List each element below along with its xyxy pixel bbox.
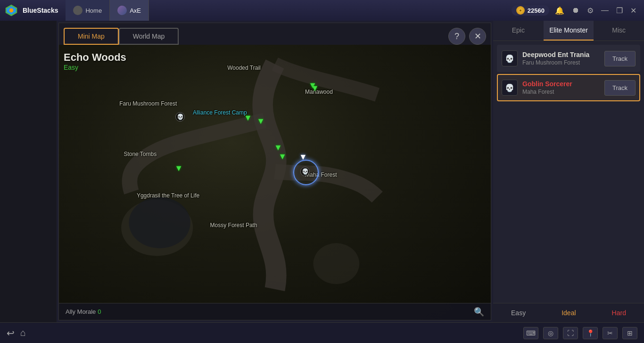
- monster-entry-2[interactable]: 💀 Goblin Sorcerer Maha Forest Track: [497, 74, 640, 101]
- fullscreen-icon[interactable]: ⛶: [563, 327, 578, 339]
- label-faru: Faru Mushroom Forest: [119, 100, 177, 107]
- filter-tabs: Epic Elite Monster Misc: [493, 21, 644, 41]
- monster-name-1: Deepwood Ent Trania: [522, 51, 600, 58]
- label-wooded-trail: Wooded Trail: [227, 65, 260, 71]
- help-btn[interactable]: ?: [448, 28, 465, 45]
- coin-icon: ●: [516, 6, 525, 15]
- map-close-btn[interactable]: ✕: [469, 28, 486, 45]
- monster-name-2: Goblin Sorcerer: [522, 80, 600, 88]
- monster-list: 💀 Deepwood Ent Trania Faru Mushroom Fore…: [493, 41, 644, 303]
- scissors-icon[interactable]: ✂: [603, 327, 618, 339]
- left-sidebar: [0, 21, 57, 322]
- tab-epic[interactable]: Epic: [493, 21, 544, 41]
- settings-btn[interactable]: ⚙: [585, 5, 595, 16]
- player-pin-camp: [245, 115, 251, 123]
- difficulty-footer: Easy Ideal Hard: [493, 303, 644, 322]
- tab-elite-monster[interactable]: Elite Monster: [544, 21, 594, 41]
- svg-point-4: [313, 243, 359, 284]
- titlebar: BlueStacks Home AxE ● 22560 🔔 ⏺ ⚙ — ❐ ✕: [0, 0, 644, 21]
- monster-location-2: Maha Forest: [522, 89, 600, 95]
- keyboard-icon[interactable]: ⌨: [523, 327, 538, 339]
- taskbar-right: ⌨ ◎ ⛶ 📍 ✂ ⊞: [523, 327, 637, 339]
- coin-badge: ● 22560: [512, 5, 549, 16]
- taskbar: ↩ ⌂ ⌨ ◎ ⛶ 📍 ✂ ⊞: [0, 322, 644, 343]
- map-controls: ? ✕: [448, 28, 486, 45]
- ally-morale-label: Ally Morale: [66, 308, 96, 315]
- game-tab[interactable]: AxE: [110, 0, 149, 21]
- player-pin-stone: [175, 165, 182, 174]
- world-map-tab[interactable]: World Map: [119, 28, 179, 45]
- back-btn[interactable]: ↩: [7, 327, 15, 339]
- main-content: Mini Map World Map ? ✕ Echo Woods Easy: [0, 21, 644, 322]
- difficulty-ideal[interactable]: Ideal: [561, 309, 576, 317]
- ally-morale-value: 0: [98, 308, 101, 315]
- area-name: Echo Woods: [64, 51, 126, 64]
- label-mossy-path: Mossy Forest Path: [210, 222, 257, 229]
- monster-info-1: Deepwood Ent Trania Faru Mushroom Forest: [522, 51, 600, 66]
- track-btn-1[interactable]: Track: [604, 51, 636, 66]
- skull-faru: 💀: [175, 112, 185, 122]
- titlebar-right: ● 22560 🔔 ⏺ ⚙ — ❐ ✕: [512, 5, 644, 16]
- monster-entry-1[interactable]: 💀 Deepwood Ent Trania Faru Mushroom Fore…: [497, 45, 640, 72]
- home-tab[interactable]: Home: [66, 0, 110, 21]
- skull-maha: 💀: [300, 167, 310, 176]
- monster-location-1: Faru Mushroom Forest: [522, 59, 600, 66]
- bluestacks-logo: [3, 2, 20, 19]
- map-header: Echo Woods Easy: [64, 51, 126, 71]
- label-alliance-camp: Alliance Forest Camp: [193, 109, 247, 116]
- track-btn-2[interactable]: Track: [604, 80, 636, 96]
- game-tab-icon: [117, 6, 127, 15]
- monster-info-2: Goblin Sorcerer Maha Forest: [522, 80, 600, 95]
- right-panel: Epic Elite Monster Misc 💀 Deepwood Ent T…: [493, 21, 644, 322]
- svg-point-3: [121, 200, 193, 256]
- label-stone-tombs: Stone Tombs: [124, 151, 157, 157]
- minimize-btn[interactable]: —: [599, 5, 611, 16]
- map-difficulty: Easy: [64, 64, 126, 71]
- difficulty-easy[interactable]: Easy: [511, 309, 526, 317]
- monster-avatar-1: 💀: [502, 50, 518, 66]
- camera-icon[interactable]: ◎: [543, 327, 558, 339]
- ally-morale-bar: Ally Morale 0 🔍: [59, 303, 491, 320]
- close-btn[interactable]: ✕: [628, 5, 638, 16]
- app-name: BlueStacks: [23, 7, 58, 14]
- map-tabs: Mini Map World Map: [59, 23, 491, 45]
- difficulty-hard[interactable]: Hard: [612, 309, 626, 317]
- svg-point-5: [129, 197, 190, 248]
- mini-map-tab[interactable]: Mini Map: [64, 28, 119, 45]
- svg-point-2: [9, 8, 14, 13]
- label-yggdrasil: Yggdrasil the Tree of Life: [137, 192, 199, 199]
- map-panel: Mini Map World Map ? ✕ Echo Woods Easy: [58, 23, 491, 320]
- monster-avatar-2: 💀: [502, 80, 518, 96]
- restore-btn[interactable]: ❐: [614, 5, 625, 16]
- grid-icon[interactable]: ⊞: [622, 327, 637, 339]
- search-icon[interactable]: 🔍: [474, 307, 484, 317]
- notification-btn[interactable]: 🔔: [553, 5, 566, 16]
- player-pin-2: [312, 85, 318, 94]
- player-pin-mid2: [279, 154, 286, 162]
- record-btn[interactable]: ⏺: [570, 5, 581, 16]
- map-pin-icon[interactable]: 📍: [583, 327, 598, 339]
- player-pin-camp2: [257, 118, 264, 127]
- home-tab-icon: [73, 6, 83, 15]
- tab-misc[interactable]: Misc: [594, 21, 644, 41]
- home-btn[interactable]: ⌂: [20, 327, 26, 338]
